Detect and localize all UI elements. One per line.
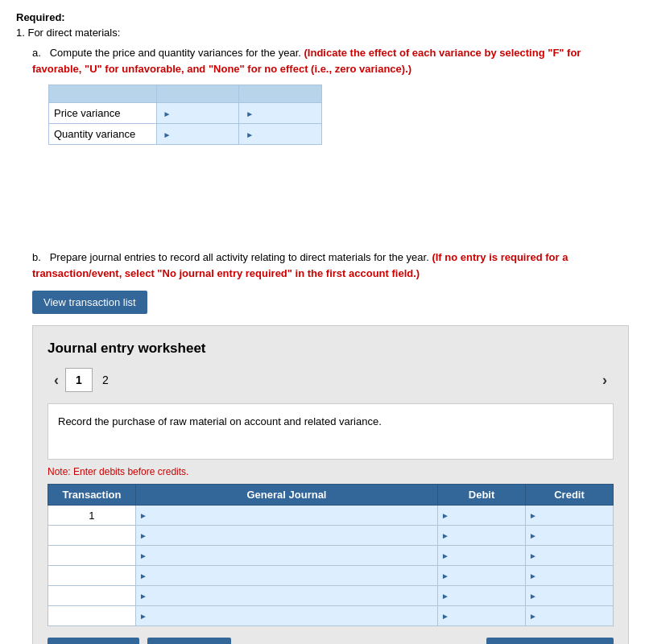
debit-5[interactable]: ► [438,586,526,606]
page-2[interactable]: 2 [93,370,118,390]
credit-2[interactable]: ► [526,526,614,546]
table-row: ► ► ► [48,546,614,566]
credit-1[interactable]: ► [526,506,614,526]
view-general-journal-button[interactable]: View general journal [486,638,614,644]
price-variance-effect[interactable]: ► [239,103,322,124]
trans-num-2 [48,526,136,546]
credit-5[interactable]: ► [526,586,614,606]
required-item1: 1. For direct materials: [16,27,629,39]
trans-num-4 [48,566,136,586]
credit-4[interactable]: ► [526,566,614,586]
pagination: ‹ 1 2 › [48,368,614,392]
note-text: Note: Enter debits before credits. [48,466,614,477]
part-a-instruction: Compute the price and quantity variances… [50,47,301,59]
gen-journal-6[interactable]: ► [135,606,437,626]
quantity-variance-effect[interactable]: ► [239,124,322,145]
gen-journal-3[interactable]: ► [135,546,437,566]
bottom-buttons: Record entry Clear entry View general jo… [48,638,614,644]
next-page-button[interactable]: › [596,369,614,392]
quantity-variance-row: Quantity variance ► ► [49,124,322,145]
table-row: 1 ► ► ► [48,506,614,526]
journal-title: Journal entry worksheet [48,341,614,357]
trans-num-5 [48,586,136,606]
prev-page-button[interactable]: ‹ [48,369,65,392]
table-row: ► ► ► [48,606,614,626]
debit-3[interactable]: ► [438,546,526,566]
table-row: ► ► ► [48,526,614,546]
view-transaction-button[interactable]: View transaction list [32,291,147,314]
part-b-label: b. [32,251,41,263]
table-row: ► ► ► [48,586,614,606]
journal-table: Transaction General Journal Debit Credit… [48,484,614,626]
price-variance-label: Price variance [49,103,157,124]
required-label: Required: [16,11,629,23]
trans-num-6 [48,606,136,626]
price-variance-row: Price variance ► ► [49,103,322,124]
record-entry-button[interactable]: Record entry [48,638,139,644]
quantity-variance-value[interactable]: ► [156,124,239,145]
gen-journal-5[interactable]: ► [135,586,437,606]
col-general-journal: General Journal [135,485,437,506]
part-b-instruction: Prepare journal entries to record all ac… [50,251,429,263]
transaction-description: Record the purchase of raw material on a… [48,403,614,460]
gen-journal-2[interactable]: ► [135,526,437,546]
quantity-variance-label: Quantity variance [49,124,157,145]
debit-4[interactable]: ► [438,566,526,586]
part-a-label: a. [32,47,41,59]
table-row: ► ► ► [48,566,614,586]
credit-3[interactable]: ► [526,546,614,566]
gen-journal-1[interactable]: ► [135,506,437,526]
variance-table: Price variance ► ► Quantity variance ► ► [48,85,322,145]
clear-entry-button[interactable]: Clear entry [147,638,231,644]
journal-worksheet: Journal entry worksheet ‹ 1 2 › Record t… [32,325,629,644]
col-credit: Credit [526,485,614,506]
price-variance-value[interactable]: ► [156,103,239,124]
debit-1[interactable]: ► [438,506,526,526]
current-page-box: 1 [65,368,93,392]
trans-num-1: 1 [48,506,136,526]
credit-6[interactable]: ► [526,606,614,626]
debit-6[interactable]: ► [438,606,526,626]
trans-num-3 [48,546,136,566]
col-debit: Debit [438,485,526,506]
debit-2[interactable]: ► [438,526,526,546]
col-transaction: Transaction [48,485,136,506]
gen-journal-4[interactable]: ► [135,566,437,586]
